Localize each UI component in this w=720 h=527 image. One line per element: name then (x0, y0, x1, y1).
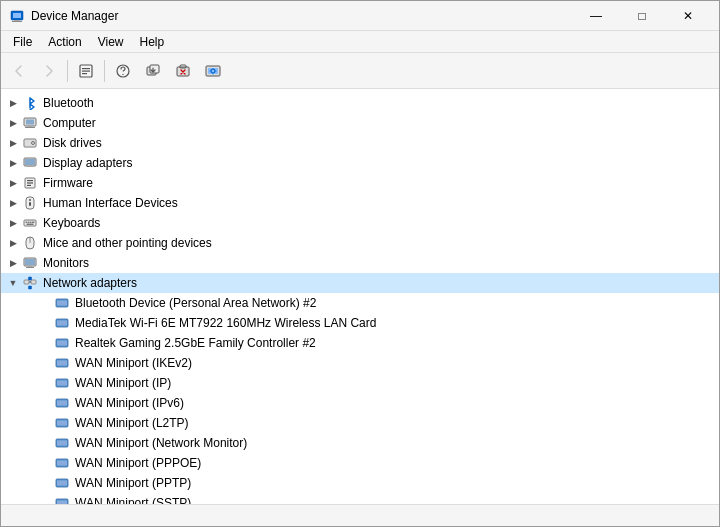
tree-label-wan-pptp: WAN Miniport (PPTP) (75, 476, 191, 490)
toolbar-sep-2 (104, 60, 105, 82)
scan-button[interactable] (199, 57, 227, 85)
tree-item-wan-ikev2[interactable]: WAN Miniport (IKEv2) (1, 353, 719, 373)
svg-rect-11 (150, 65, 159, 73)
tree-item-disk-drives[interactable]: ▶ Disk drives (1, 133, 719, 153)
tree-item-keyboards[interactable]: ▶ Keyboards (1, 213, 719, 233)
bluetooth-icon (21, 94, 39, 112)
svg-rect-29 (27, 182, 33, 183)
svg-rect-25 (25, 159, 35, 165)
computer-device-icon (21, 114, 39, 132)
tree-item-wan-pppoe[interactable]: WAN Miniport (PPPOE) (1, 453, 719, 473)
expand-disk[interactable]: ▶ (5, 133, 21, 153)
expand-firmware[interactable]: ▶ (5, 173, 21, 193)
svg-rect-38 (32, 222, 34, 224)
svg-rect-50 (29, 277, 32, 280)
tree-label-network: Network adapters (43, 276, 137, 290)
tree-item-display-adapters[interactable]: ▶ Display adapters (1, 153, 719, 173)
svg-rect-26 (27, 166, 33, 167)
menu-action[interactable]: Action (40, 32, 89, 52)
wan-netmon-icon (53, 434, 71, 452)
expand-hid[interactable]: ▶ (5, 193, 21, 213)
tree-item-computer[interactable]: ▶ Computer (1, 113, 719, 133)
tree-item-monitors[interactable]: ▶ Monitors (1, 253, 719, 273)
tree-item-wan-sstp[interactable]: WAN Miniport (SSTP) (1, 493, 719, 504)
svg-rect-48 (31, 280, 36, 284)
tree-label-computer: Computer (43, 116, 96, 130)
realtek-icon (53, 334, 71, 352)
close-button[interactable]: ✕ (665, 1, 711, 31)
menu-view[interactable]: View (90, 32, 132, 52)
svg-rect-67 (57, 441, 67, 446)
tree-label-mediatek: MediaTek Wi-Fi 6E MT7922 160MHz Wireless… (75, 316, 376, 330)
tree-item-mediatek[interactable]: MediaTek Wi-Fi 6E MT7922 160MHz Wireless… (1, 313, 719, 333)
toolbar-sep-1 (67, 60, 68, 82)
tree-item-wan-pptp[interactable]: WAN Miniport (PPTP) (1, 473, 719, 493)
menu-bar: File Action View Help (1, 31, 719, 53)
tree-label-disk: Disk drives (43, 136, 102, 150)
tree-label-bluetooth: Bluetooth (43, 96, 94, 110)
svg-point-9 (122, 73, 123, 74)
window-icon (9, 8, 25, 24)
menu-file[interactable]: File (5, 32, 40, 52)
svg-rect-63 (57, 401, 67, 406)
svg-rect-47 (24, 280, 29, 284)
mediatek-icon (53, 314, 71, 332)
tree-item-bt-device[interactable]: Bluetooth Device (Personal Area Network)… (1, 293, 719, 313)
display-adapters-icon (21, 154, 39, 172)
expand-keyboards[interactable]: ▶ (5, 213, 21, 233)
minimize-button[interactable]: — (573, 1, 619, 31)
svg-rect-44 (25, 259, 35, 265)
expand-network[interactable]: ▼ (5, 273, 21, 293)
svg-rect-37 (30, 222, 32, 224)
tree-label-wan-l2tp: WAN Miniport (L2TP) (75, 416, 189, 430)
help-button[interactable] (109, 57, 137, 85)
wan-pppoe-icon (53, 454, 71, 472)
tree-label-hid: Human Interface Devices (43, 196, 178, 210)
tree-item-firmware[interactable]: ▶ Firmware (1, 173, 719, 193)
tree-label-mice: Mice and other pointing devices (43, 236, 212, 250)
expand-display[interactable]: ▶ (5, 153, 21, 173)
tree-item-hid[interactable]: ▶ Human Interface Devices (1, 193, 719, 213)
remove-button[interactable] (169, 57, 197, 85)
window-controls: — □ ✕ (573, 1, 711, 31)
expand-bluetooth[interactable]: ▶ (5, 93, 21, 113)
update-button[interactable] (139, 57, 167, 85)
svg-rect-61 (57, 381, 67, 386)
disk-drives-icon (21, 134, 39, 152)
tree-label-keyboards: Keyboards (43, 216, 100, 230)
svg-rect-51 (29, 286, 32, 289)
menu-help[interactable]: Help (132, 32, 173, 52)
expand-mice[interactable]: ▶ (5, 233, 21, 253)
tree-label-wan-ip: WAN Miniport (IP) (75, 376, 171, 390)
tree-item-bluetooth[interactable]: ▶ Bluetooth (1, 93, 719, 113)
device-tree[interactable]: ▶ Bluetooth ▶ Computer ▶ Disk (1, 89, 719, 504)
svg-rect-35 (26, 222, 28, 224)
forward-button[interactable] (35, 57, 63, 85)
tree-item-wan-ip[interactable]: WAN Miniport (IP) (1, 373, 719, 393)
back-button[interactable] (5, 57, 33, 85)
keyboards-icon (21, 214, 39, 232)
tree-item-network-adapters[interactable]: ▼ Network adapters (1, 273, 719, 293)
tree-item-wan-netmon[interactable]: WAN Miniport (Network Monitor) (1, 433, 719, 453)
properties-button[interactable] (72, 57, 100, 85)
svg-rect-45 (28, 266, 32, 267)
svg-rect-1 (13, 13, 21, 18)
svg-rect-36 (28, 222, 30, 224)
tree-item-wan-l2tp[interactable]: WAN Miniport (L2TP) (1, 413, 719, 433)
device-manager-window: Device Manager — □ ✕ File Action View He… (0, 0, 720, 527)
hid-icon (21, 194, 39, 212)
tree-item-realtek[interactable]: Realtek Gaming 2.5GbE Family Controller … (1, 333, 719, 353)
tree-item-mice[interactable]: ▶ Mice and other pointing devices (1, 233, 719, 253)
expand-computer[interactable]: ▶ (5, 113, 21, 133)
bt-device-icon (53, 294, 71, 312)
svg-rect-18 (26, 120, 34, 125)
svg-rect-59 (57, 361, 67, 366)
expand-monitors[interactable]: ▶ (5, 253, 21, 273)
tree-label-wan-netmon: WAN Miniport (Network Monitor) (75, 436, 247, 450)
tree-item-wan-ipv6[interactable]: WAN Miniport (IPv6) (1, 393, 719, 413)
maximize-button[interactable]: □ (619, 1, 665, 31)
svg-rect-65 (57, 421, 67, 426)
tree-label-wan-ikev2: WAN Miniport (IKEv2) (75, 356, 192, 370)
tree-label-wan-sstp: WAN Miniport (SSTP) (75, 496, 191, 504)
network-adapters-icon (21, 274, 39, 292)
